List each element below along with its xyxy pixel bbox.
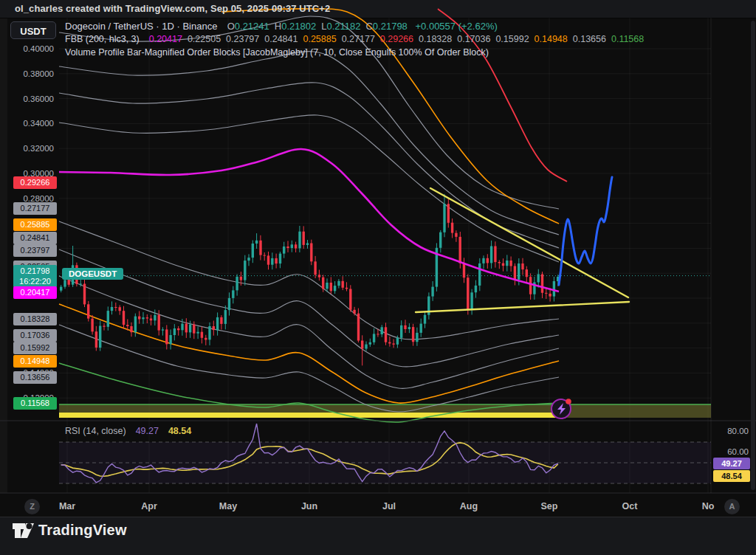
- fbb-value: 0.22505: [188, 34, 221, 44]
- fbb-value: 0.17036: [457, 34, 490, 44]
- candle-body: [381, 327, 383, 334]
- candle-body: [463, 263, 465, 278]
- candle-body: [236, 277, 238, 291]
- price-label-badge: 0.29266: [13, 176, 57, 189]
- ohlc-value: 0.21802: [281, 21, 316, 32]
- candle-body: [553, 281, 555, 297]
- price-axis-label: 0.34000: [0, 118, 54, 128]
- rsi-axis-label: 60.00: [715, 447, 749, 456]
- wedge-lower-trendline[interactable]: [416, 302, 629, 312]
- symbol-currency-button[interactable]: USDT: [10, 21, 56, 39]
- legend-row-symbol[interactable]: Dogecoin / TetherUS · 1D · Binance O0.21…: [65, 21, 498, 32]
- candle-body: [114, 307, 117, 308]
- candle-body: [447, 204, 450, 223]
- legend-row-volume-profile[interactable]: Volume Profile Bar-Magnified Order Block…: [65, 47, 489, 59]
- candle-body: [494, 247, 496, 263]
- time-axis-label-apr[interactable]: Apr: [127, 501, 171, 511]
- candle-body: [154, 315, 156, 320]
- price-axis-label: 0.36000: [0, 94, 54, 104]
- candle-body: [412, 327, 414, 342]
- candle-body: [514, 266, 516, 280]
- time-axis-label-jul[interactable]: Jul: [367, 501, 411, 511]
- price-label-badge: 0.25885: [13, 218, 57, 231]
- candle-body: [400, 325, 402, 338]
- ohlc-key: O: [227, 21, 235, 32]
- candle-body: [95, 331, 97, 348]
- price-axis-label: 0.40000: [0, 44, 54, 54]
- time-axis-label-may[interactable]: May: [206, 501, 250, 511]
- candle-body: [337, 281, 340, 286]
- time-axis-label-mar[interactable]: Mar: [45, 501, 89, 511]
- circle-button-z[interactable]: Z: [24, 499, 40, 514]
- candle-body: [193, 325, 195, 334]
- projection-drawing[interactable]: [559, 177, 612, 285]
- candle-body: [165, 329, 168, 344]
- candle-body: [205, 338, 207, 340]
- time-axis-label-aug[interactable]: Aug: [447, 501, 491, 511]
- candle-body: [295, 244, 297, 248]
- candle-body: [177, 328, 179, 330]
- candle-body: [318, 275, 320, 277]
- price-label-badge: 0.27177: [13, 202, 57, 215]
- rsi-ma-value: 48.54: [168, 426, 191, 436]
- ohlc-values: O0.21241H0.21802L0.21182C0.21798: [227, 21, 413, 32]
- candle-body: [431, 287, 433, 297]
- candle-body: [365, 345, 367, 349]
- time-axis-label-no[interactable]: No: [686, 501, 730, 511]
- candle-body: [303, 232, 305, 245]
- candle-body: [146, 317, 148, 318]
- candle-body: [521, 263, 523, 269]
- candle-body: [342, 281, 344, 288]
- rsi-legend[interactable]: RSI (14, close) 49.27 48.54: [65, 426, 191, 436]
- candle-body: [213, 326, 215, 330]
- candle-body: [162, 329, 164, 330]
- candle-body: [478, 263, 481, 286]
- time-axis-label-oct[interactable]: Oct: [608, 501, 652, 511]
- candle-body: [228, 298, 230, 310]
- candle-body: [498, 262, 501, 263]
- price-label-badge: 0.13656: [13, 371, 57, 384]
- time-axis-label-jun[interactable]: Jun: [287, 501, 331, 511]
- candle-body: [509, 261, 512, 266]
- candle-body: [189, 325, 191, 333]
- legend-row-fbb[interactable]: FBB (200, hlc3, 3) 0.204170.225050.23797…: [65, 34, 649, 46]
- ohlc-value: 0.21182: [326, 21, 360, 32]
- candle-body: [396, 338, 399, 345]
- candle-body: [240, 277, 242, 280]
- candle-body: [126, 325, 128, 326]
- candle-body: [388, 342, 391, 344]
- candle-body: [279, 254, 281, 264]
- candle-body: [264, 255, 266, 256]
- candle-body: [373, 334, 375, 342]
- candle-body: [150, 319, 152, 321]
- ohlc-value: 0.21798: [373, 21, 408, 32]
- candle-body: [244, 261, 246, 280]
- price-label-badge: 0.20417: [13, 286, 57, 299]
- candle-body: [247, 258, 250, 261]
- candle-body: [369, 342, 371, 345]
- candle-body: [185, 324, 188, 333]
- time-axis-label-sep[interactable]: Sep: [527, 501, 571, 511]
- candle-body: [330, 283, 332, 291]
- tradingview-brand-text[interactable]: TradingView: [38, 522, 127, 539]
- candle-body: [286, 247, 289, 248]
- candle-body: [408, 327, 410, 329]
- scrollbar[interactable]: [751, 21, 755, 490]
- fbb-value: 0.29266: [380, 34, 413, 44]
- candle-body: [91, 319, 93, 332]
- candle-body: [349, 289, 351, 310]
- tradingview-logo-icon[interactable]: [12, 521, 35, 540]
- price-label-badge: 0.23797: [13, 244, 57, 257]
- candle-body: [482, 258, 484, 263]
- price-axis-label: 0.32000: [0, 143, 54, 154]
- tradingview-chart-window: ol_charles created with TradingView.com,…: [0, 0, 756, 555]
- candle-body: [470, 292, 472, 309]
- candle-body: [134, 317, 137, 333]
- fbb-value: 0.13656: [573, 34, 606, 44]
- candle-body: [158, 315, 160, 331]
- volume-profile-label: Volume Profile Bar-Magnified Order Block…: [65, 47, 489, 58]
- candle-body: [291, 244, 293, 248]
- candle-body: [123, 311, 125, 325]
- rsi-value: 49.27: [136, 426, 159, 436]
- candle-body: [549, 294, 551, 297]
